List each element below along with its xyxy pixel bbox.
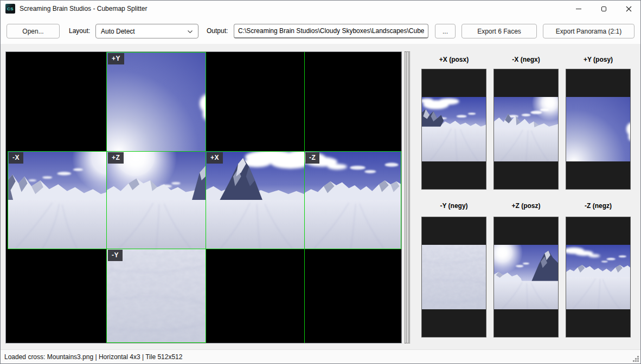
face-preview-negy: [421, 217, 486, 337]
grid-line-horizontal-2: [8, 249, 401, 249]
badge-pos-x: +X: [207, 152, 223, 164]
chevron-down-icon: [188, 30, 193, 34]
export-panorama-button[interactable]: Export Panorama (2:1): [543, 24, 634, 38]
maximize-button[interactable]: [591, 0, 616, 17]
output-label: Output:: [207, 24, 228, 38]
grid-line-bottom-edge: [106, 342, 206, 343]
grid-line-vertical-1: [106, 52, 107, 343]
tile-neg-y-image: [107, 249, 206, 343]
maximize-icon: [601, 6, 606, 11]
output-path-input[interactable]: [234, 24, 428, 38]
face-preview-posz: [493, 217, 559, 337]
export-6-faces-button[interactable]: Export 6 Faces: [461, 24, 537, 38]
tile-neg-x-image: [8, 151, 107, 249]
grid-line-top-edge: [106, 52, 206, 53]
layout-select[interactable]: Auto Detect: [95, 24, 198, 38]
status-text: Loaded cross: Mountains3.png | Horizonta…: [4, 350, 182, 364]
badge-pos-y: +Y: [108, 53, 124, 64]
app-icon[interactable]: CS: [5, 4, 15, 14]
window-title: Screaming Brain Studios - Cubemap Splitt…: [20, 0, 147, 17]
toolbar: Open... Layout: Auto Detect Output: ... …: [0, 17, 641, 44]
minimize-icon: [576, 9, 581, 9]
cross-canvas[interactable]: +Y -X +Z +X -Z -Y: [5, 51, 402, 343]
face-posz-image: [494, 245, 558, 309]
grid-line-vertical-2: [206, 52, 206, 343]
badge-neg-y: -Y: [108, 250, 123, 261]
tile-pos-z-image: [107, 151, 206, 249]
face-preview-negx: [493, 69, 559, 190]
app-window: CS Screaming Brain Studios - Cubemap Spl…: [0, 0, 641, 364]
face-label-negx: -X (negx): [493, 56, 559, 63]
close-button[interactable]: [616, 0, 641, 17]
minimize-button[interactable]: [566, 0, 591, 17]
face-label-posy: +Y (posy): [566, 56, 631, 63]
face-posx-image: [422, 97, 486, 161]
grid-line-right-edge: [401, 151, 401, 249]
face-negx-image: [494, 97, 558, 161]
status-bar: Loaded cross: Mountains3.png | Horizonta…: [0, 349, 641, 364]
face-label-posx: +X (posx): [421, 56, 486, 63]
face-preview-posx: [421, 69, 486, 190]
tile-pos-y-image: [107, 52, 206, 151]
open-button[interactable]: Open...: [7, 24, 60, 38]
face-label-negz: -Z (negz): [566, 202, 631, 210]
face-label-posz: +Z (posz): [493, 202, 559, 210]
grid-line-left-edge: [8, 151, 8, 249]
splitter-handle[interactable]: [405, 51, 410, 343]
tile-neg-z-image: [304, 151, 401, 249]
face-preview-posy: [566, 69, 631, 190]
browse-button[interactable]: ...: [435, 24, 456, 38]
grid-line-horizontal-1: [8, 151, 401, 152]
face-posy-image: [566, 97, 630, 161]
layout-select-value: Auto Detect: [101, 28, 135, 35]
face-label-negy: -Y (negy): [421, 202, 486, 210]
tile-pos-x-image: [206, 151, 304, 249]
face-negy-image: [422, 245, 486, 309]
badge-pos-z: +Z: [108, 152, 124, 164]
app-icon-text: CS: [7, 6, 14, 11]
close-icon: [626, 6, 632, 12]
face-negz-image: [566, 245, 630, 309]
grid-line-vertical-3: [304, 52, 305, 343]
resize-grip-icon[interactable]: [637, 360, 639, 362]
badge-neg-z: -Z: [305, 152, 319, 164]
layout-label: Layout:: [69, 24, 90, 38]
title-bar[interactable]: CS Screaming Brain Studios - Cubemap Spl…: [0, 0, 641, 17]
face-preview-negz: [566, 217, 631, 337]
badge-neg-x: -X: [9, 152, 23, 164]
